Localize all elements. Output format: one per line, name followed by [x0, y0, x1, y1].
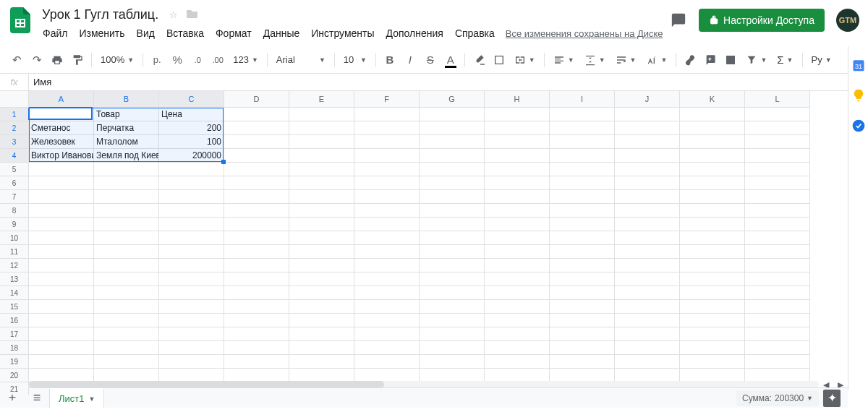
cell[interactable]	[420, 355, 485, 369]
cell[interactable]	[354, 121, 420, 135]
cell[interactable]	[745, 231, 810, 245]
cell[interactable]	[745, 314, 810, 327]
cell[interactable]	[159, 355, 224, 369]
cell[interactable]: Земля под Киев	[94, 149, 159, 163]
cell[interactable]	[615, 108, 680, 121]
cell[interactable]	[420, 245, 485, 259]
cell[interactable]	[354, 286, 420, 300]
cell[interactable]	[420, 327, 485, 341]
cell[interactable]	[354, 135, 420, 149]
cell[interactable]	[224, 163, 289, 176]
cell[interactable]	[615, 245, 680, 259]
cell[interactable]	[485, 327, 550, 341]
cell[interactable]	[224, 314, 289, 327]
cell[interactable]	[159, 286, 224, 300]
cell[interactable]	[680, 300, 745, 314]
cell[interactable]	[29, 176, 94, 190]
menu-file[interactable]: Файл	[38, 25, 72, 42]
cell[interactable]	[354, 300, 420, 314]
cell[interactable]	[615, 355, 680, 369]
row-header[interactable]: 5	[0, 163, 29, 176]
more-formats-select[interactable]: 123▼	[229, 51, 263, 69]
cell[interactable]	[29, 355, 94, 369]
cell[interactable]	[94, 218, 159, 231]
cell[interactable]	[420, 218, 485, 231]
cell[interactable]	[550, 135, 615, 149]
cell[interactable]	[354, 231, 420, 245]
cell[interactable]	[745, 149, 810, 163]
cell[interactable]	[420, 108, 485, 121]
cell[interactable]	[224, 121, 289, 135]
cell[interactable]	[745, 245, 810, 259]
row-header[interactable]: 1	[0, 108, 29, 121]
row-header[interactable]: 16	[0, 314, 29, 327]
cell[interactable]	[680, 231, 745, 245]
cell[interactable]	[94, 259, 159, 272]
cell[interactable]	[485, 245, 550, 259]
cell[interactable]	[159, 163, 224, 176]
tasks-icon[interactable]	[851, 119, 866, 133]
cell[interactable]	[615, 231, 680, 245]
cell[interactable]	[289, 204, 354, 218]
cell[interactable]	[289, 163, 354, 176]
cell[interactable]	[94, 327, 159, 341]
cell[interactable]	[354, 108, 420, 121]
cell[interactable]	[420, 190, 485, 204]
halign-button[interactable]: ▼	[549, 51, 579, 69]
cell[interactable]	[224, 286, 289, 300]
cell[interactable]	[224, 245, 289, 259]
cell[interactable]	[680, 218, 745, 231]
row-header[interactable]: 8	[0, 204, 29, 218]
row-header[interactable]: 14	[0, 286, 29, 300]
cell[interactable]	[420, 121, 485, 135]
cell[interactable]	[680, 190, 745, 204]
cell[interactable]	[224, 327, 289, 341]
cell[interactable]	[615, 341, 680, 355]
cell[interactable]	[420, 286, 485, 300]
cell[interactable]	[485, 121, 550, 135]
strikethrough-button[interactable]: S	[421, 51, 440, 69]
cell[interactable]	[485, 259, 550, 272]
cell[interactable]	[354, 355, 420, 369]
cell[interactable]	[354, 190, 420, 204]
col-header[interactable]: L	[745, 91, 810, 108]
cell[interactable]	[420, 272, 485, 286]
cell[interactable]	[94, 300, 159, 314]
menu-insert[interactable]: Вставка	[161, 25, 209, 42]
cell[interactable]: Сметанос	[29, 121, 94, 135]
cell[interactable]	[224, 231, 289, 245]
cell[interactable]	[289, 259, 354, 272]
cell[interactable]	[745, 300, 810, 314]
cell[interactable]	[745, 286, 810, 300]
cell[interactable]	[289, 218, 354, 231]
menu-help[interactable]: Справка	[450, 25, 500, 42]
star-icon[interactable]: ☆	[167, 7, 180, 22]
avatar[interactable]: GTM	[836, 9, 859, 32]
cell[interactable]	[680, 149, 745, 163]
row-header[interactable]: 11	[0, 245, 29, 259]
cell[interactable]	[550, 176, 615, 190]
cell[interactable]: Имя	[29, 108, 94, 121]
cell[interactable]	[680, 245, 745, 259]
cell[interactable]	[289, 176, 354, 190]
cell[interactable]	[420, 259, 485, 272]
cell[interactable]	[29, 259, 94, 272]
print-button[interactable]	[48, 51, 67, 69]
fontsize-select[interactable]: 10▼	[339, 51, 371, 69]
cell[interactable]	[159, 341, 224, 355]
calendar-icon[interactable]: 31	[851, 58, 866, 72]
cell[interactable]	[680, 176, 745, 190]
cell[interactable]	[485, 218, 550, 231]
cell[interactable]	[485, 355, 550, 369]
cell[interactable]	[159, 314, 224, 327]
input-lang-button[interactable]: Ру▼	[807, 51, 836, 69]
cell[interactable]	[615, 218, 680, 231]
cell[interactable]: Железовек	[29, 135, 94, 149]
cell[interactable]	[745, 108, 810, 121]
cell[interactable]	[485, 163, 550, 176]
cell[interactable]	[420, 231, 485, 245]
cell[interactable]	[354, 204, 420, 218]
row-header[interactable]: 10	[0, 231, 29, 245]
cell[interactable]	[615, 190, 680, 204]
explore-button[interactable]: ✦	[823, 390, 841, 407]
